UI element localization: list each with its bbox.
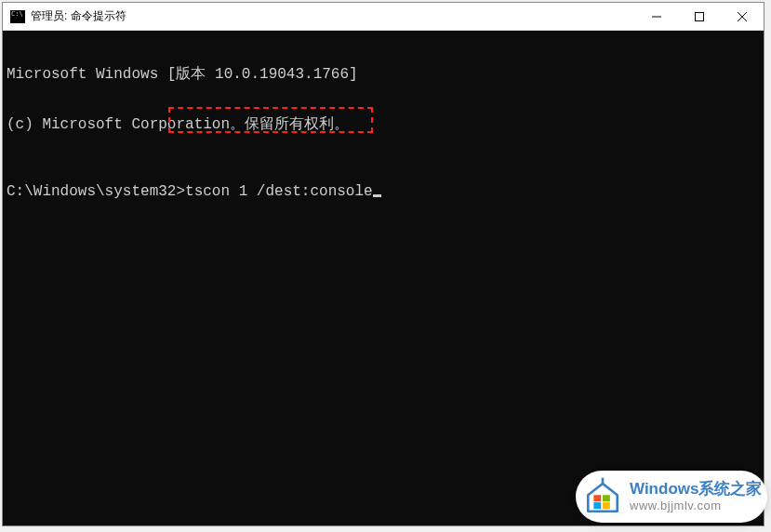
watermark-url: www.bjjmlv.com <box>630 499 762 513</box>
cmd-icon <box>10 10 25 23</box>
minimize-button[interactable] <box>635 3 678 30</box>
svg-rect-1 <box>696 12 704 20</box>
house-windows-icon <box>583 477 622 516</box>
svg-rect-4 <box>593 495 601 501</box>
svg-rect-6 <box>593 502 601 509</box>
terminal-prompt-line: C:\Windows\system32>tscon 1 /dest:consol… <box>7 183 760 200</box>
command-prompt-window: 管理员: 命令提示符 Microsoft Windows [版本 10.0.19… <box>2 2 764 526</box>
terminal-output-line2: (c) Microsoft Corporation。保留所有权利。 <box>7 116 760 133</box>
close-icon <box>738 12 747 21</box>
close-button[interactable] <box>721 3 764 30</box>
svg-rect-5 <box>603 495 610 501</box>
titlebar[interactable]: 管理员: 命令提示符 <box>3 3 764 31</box>
svg-rect-7 <box>603 502 610 509</box>
window-controls <box>635 3 764 30</box>
watermark-pill: Windows系统之家 www.bjjmlv.com <box>576 471 767 523</box>
minimize-icon <box>652 12 661 21</box>
maximize-icon <box>695 12 704 21</box>
terminal-cursor <box>373 194 381 197</box>
window-title: 管理员: 命令提示符 <box>31 8 635 24</box>
terminal-body[interactable]: Microsoft Windows [版本 10.0.19043.1766] (… <box>3 31 764 525</box>
maximize-button[interactable] <box>678 3 721 30</box>
watermark-text: Windows系统之家 www.bjjmlv.com <box>630 480 762 513</box>
terminal-prompt: C:\Windows\system32> <box>7 183 185 200</box>
terminal-output-line1: Microsoft Windows [版本 10.0.19043.1766] <box>7 66 760 83</box>
watermark-brand: Windows系统之家 <box>630 480 762 499</box>
terminal-command: tscon 1 /dest:console <box>185 183 373 200</box>
